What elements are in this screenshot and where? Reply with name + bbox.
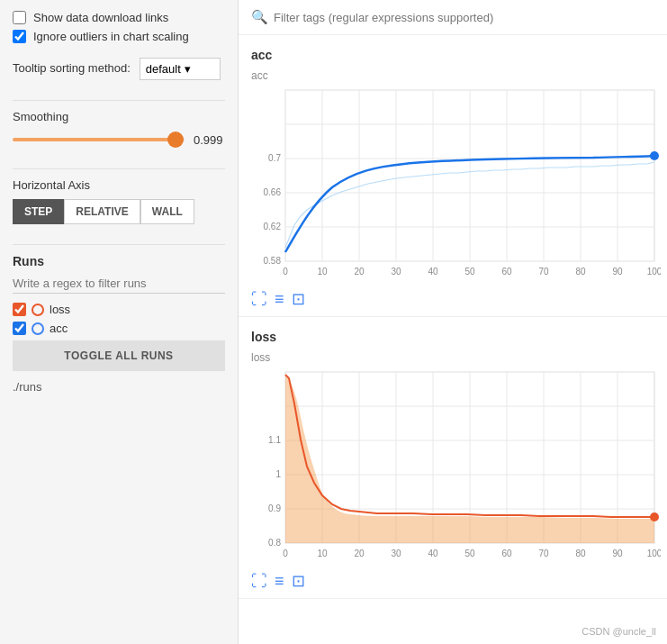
acc-chart-section: acc acc <box>239 35 667 317</box>
loss-table-button[interactable]: ≡ <box>275 571 284 591</box>
ignore-outliers-checkbox[interactable] <box>13 30 26 43</box>
search-input[interactable] <box>274 11 654 24</box>
smoothing-row: 0.999 <box>13 131 225 149</box>
loss-chart-section: loss loss <box>239 317 667 599</box>
svg-text:90: 90 <box>612 267 623 277</box>
svg-text:90: 90 <box>612 549 623 558</box>
svg-text:0.7: 0.7 <box>268 153 281 163</box>
svg-text:40: 40 <box>428 267 438 277</box>
chevron-down-icon: ▾ <box>185 62 191 76</box>
slider-track <box>13 138 185 141</box>
loss-section-title: loss <box>251 330 654 344</box>
ignore-outliers-row: Ignore outliers in chart scaling <box>13 30 225 43</box>
tooltip-value: default <box>146 62 181 76</box>
svg-text:20: 20 <box>354 267 365 277</box>
svg-text:30: 30 <box>391 267 401 277</box>
run-item-acc: acc <box>13 322 225 335</box>
divider-2 <box>13 168 225 169</box>
search-icon: 🔍 <box>251 9 268 25</box>
svg-text:30: 30 <box>391 549 401 558</box>
loss-chart-svg: 0.8 0.9 1 1.1 0 10 20 30 40 50 60 70 80 … <box>251 367 661 566</box>
axis-step-button[interactable]: STEP <box>13 199 64 224</box>
horiz-axis-label: Horizontal Axis <box>13 178 225 192</box>
svg-text:10: 10 <box>317 549 328 558</box>
svg-text:10: 10 <box>317 267 328 277</box>
svg-text:1: 1 <box>275 469 281 479</box>
toggle-all-runs-button[interactable]: TOGGLE ALL RUNS <box>13 340 225 371</box>
ignore-outliers-label: Ignore outliers in chart scaling <box>33 30 189 43</box>
show-download-checkbox[interactable] <box>13 11 26 24</box>
smoothing-slider-wrap[interactable] <box>13 131 185 149</box>
run-item-loss: loss <box>13 303 225 316</box>
smoothing-value: 0.999 <box>194 133 225 147</box>
sidebar: Show data download links Ignore outliers… <box>0 0 239 644</box>
run-acc-dot <box>32 322 44 335</box>
svg-text:100: 100 <box>647 549 661 558</box>
svg-text:40: 40 <box>428 549 438 558</box>
run-acc-checkbox[interactable] <box>13 322 26 335</box>
svg-text:0.58: 0.58 <box>264 256 282 266</box>
svg-text:0: 0 <box>283 267 288 277</box>
svg-text:50: 50 <box>464 549 475 558</box>
search-bar: 🔍 <box>239 0 667 35</box>
svg-text:0.66: 0.66 <box>264 187 282 197</box>
divider-3 <box>13 244 225 245</box>
acc-inner-label: acc <box>251 69 654 82</box>
runs-filter-input[interactable] <box>13 274 225 294</box>
svg-text:0: 0 <box>283 549 288 558</box>
loss-zoom-button[interactable]: ⊡ <box>292 571 305 591</box>
run-loss-checkbox[interactable] <box>13 303 26 316</box>
svg-text:0.9: 0.9 <box>268 503 281 513</box>
svg-point-30 <box>650 151 659 160</box>
loss-inner-label: loss <box>251 351 654 364</box>
loss-fit-screen-button[interactable]: ⛶ <box>251 571 267 591</box>
acc-table-button[interactable]: ≡ <box>275 289 284 309</box>
axis-relative-button[interactable]: RELATIVE <box>64 199 140 224</box>
svg-text:1.1: 1.1 <box>268 435 281 445</box>
acc-section-title: acc <box>251 48 654 62</box>
axis-wall-button[interactable]: WALL <box>140 199 194 224</box>
svg-text:60: 60 <box>501 267 512 277</box>
show-download-label: Show data download links <box>33 11 168 24</box>
svg-text:70: 70 <box>538 267 549 277</box>
svg-text:20: 20 <box>354 549 365 558</box>
svg-text:50: 50 <box>464 267 475 277</box>
acc-chart-controls: ⛶ ≡ ⊡ <box>251 284 654 316</box>
tooltip-label: Tooltip sorting method: <box>13 61 131 77</box>
show-download-row: Show data download links <box>13 11 225 24</box>
slider-thumb <box>167 132 184 148</box>
acc-zoom-button[interactable]: ⊡ <box>292 289 305 309</box>
svg-text:100: 100 <box>647 267 661 277</box>
svg-text:0.8: 0.8 <box>268 538 281 548</box>
svg-text:80: 80 <box>575 267 586 277</box>
run-loss-dot <box>32 304 44 316</box>
acc-chart-wrap: acc 0.58 <box>251 69 654 284</box>
acc-chart-svg: 0.58 0.62 0.66 0.7 0 10 20 30 40 50 60 7… <box>251 86 661 284</box>
options-section: Show data download links Ignore outliers… <box>13 11 225 49</box>
runs-label: Runs <box>13 254 225 268</box>
loss-chart-controls: ⛶ ≡ ⊡ <box>251 566 654 598</box>
svg-text:60: 60 <box>501 549 512 558</box>
run-loss-name: loss <box>50 303 70 316</box>
svg-text:70: 70 <box>538 549 549 558</box>
svg-point-61 <box>650 512 659 522</box>
axis-buttons: STEP RELATIVE WALL <box>13 199 225 224</box>
svg-text:80: 80 <box>575 549 586 558</box>
watermark: CSDN @uncle_ll <box>581 626 656 637</box>
main-content: 🔍 acc acc <box>239 0 667 644</box>
divider-1 <box>13 100 225 101</box>
run-acc-name: acc <box>50 322 68 335</box>
acc-fit-screen-button[interactable]: ⛶ <box>251 289 267 309</box>
loss-chart-wrap: loss 0.8 <box>251 351 654 566</box>
smoothing-label: Smoothing <box>13 110 225 123</box>
tooltip-row: Tooltip sorting method: default ▾ <box>13 58 225 80</box>
tooltip-select[interactable]: default ▾ <box>140 58 221 80</box>
svg-text:0.62: 0.62 <box>264 222 282 231</box>
runs-path: ./runs <box>13 380 225 394</box>
